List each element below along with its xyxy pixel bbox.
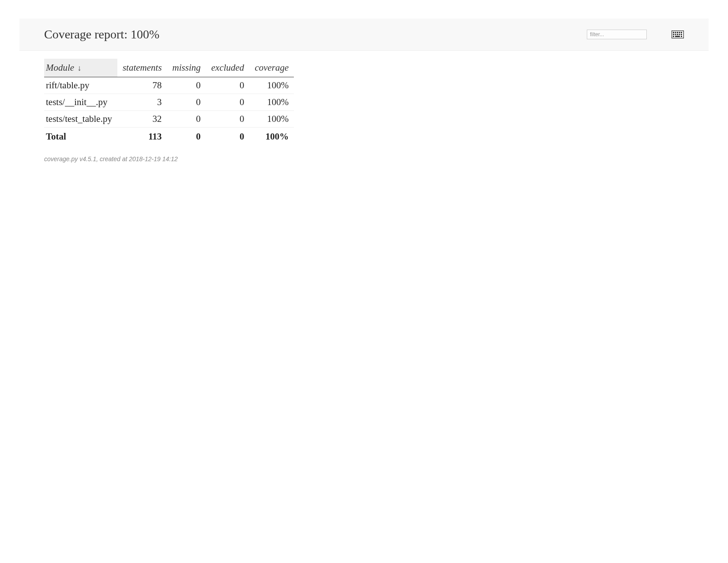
excluded-cell: 0 bbox=[206, 111, 250, 128]
statements-cell: 32 bbox=[117, 111, 167, 128]
total-label: Total bbox=[44, 128, 117, 145]
column-header-statements[interactable]: statements bbox=[117, 59, 167, 77]
svg-rect-7 bbox=[675, 34, 676, 35]
statements-cell: 3 bbox=[117, 94, 167, 111]
svg-rect-10 bbox=[681, 34, 682, 35]
table-row: rift/table.py 78 0 0 100% bbox=[44, 77, 294, 94]
column-label: Module bbox=[46, 62, 74, 73]
statements-cell: 78 bbox=[117, 77, 167, 94]
coverage-cell: 100% bbox=[249, 111, 294, 128]
total-statements: 113 bbox=[117, 128, 167, 145]
svg-rect-6 bbox=[673, 34, 674, 35]
column-header-missing[interactable]: missing bbox=[167, 59, 206, 77]
missing-cell: 0 bbox=[167, 77, 206, 94]
table-row: tests/test_table.py 32 0 0 100% bbox=[44, 111, 294, 128]
svg-rect-8 bbox=[677, 34, 678, 35]
svg-rect-4 bbox=[679, 32, 680, 33]
column-header-module[interactable]: Module ↓ bbox=[44, 59, 117, 77]
svg-rect-5 bbox=[681, 32, 682, 33]
total-excluded: 0 bbox=[206, 128, 250, 145]
table-header-row: Module ↓ statements missing excluded cov… bbox=[44, 59, 294, 77]
main-content: Module ↓ statements missing excluded cov… bbox=[0, 59, 728, 145]
header-controls bbox=[587, 30, 684, 39]
svg-rect-12 bbox=[675, 36, 680, 37]
page-title: Coverage report: 100% bbox=[44, 27, 159, 42]
total-coverage: 100% bbox=[249, 128, 294, 145]
total-missing: 0 bbox=[167, 128, 206, 145]
coverage-cell: 100% bbox=[249, 77, 294, 94]
svg-rect-13 bbox=[681, 36, 682, 37]
coverage-cell: 100% bbox=[249, 94, 294, 111]
table-total-row: Total 113 0 0 100% bbox=[44, 128, 294, 145]
column-header-excluded[interactable]: excluded bbox=[206, 59, 250, 77]
module-cell: rift/table.py bbox=[44, 77, 117, 94]
svg-rect-1 bbox=[673, 32, 674, 33]
excluded-cell: 0 bbox=[206, 94, 250, 111]
svg-rect-2 bbox=[675, 32, 676, 33]
page-header: Coverage report: 100% bbox=[19, 19, 709, 51]
footer-text: coverage.py v4.5.1, created at 2018-12-1… bbox=[44, 155, 178, 162]
module-link[interactable]: tests/__init__.py bbox=[46, 97, 107, 107]
svg-rect-9 bbox=[679, 34, 680, 35]
keyboard-icon[interactable] bbox=[672, 30, 684, 38]
module-cell: tests/__init__.py bbox=[44, 94, 117, 111]
excluded-cell: 0 bbox=[206, 77, 250, 94]
sort-down-icon: ↓ bbox=[77, 64, 81, 72]
module-cell: tests/test_table.py bbox=[44, 111, 117, 128]
table-row: tests/__init__.py 3 0 0 100% bbox=[44, 94, 294, 111]
svg-rect-3 bbox=[677, 32, 678, 33]
missing-cell: 0 bbox=[167, 94, 206, 111]
module-link[interactable]: tests/test_table.py bbox=[46, 113, 112, 124]
coverage-table: Module ↓ statements missing excluded cov… bbox=[44, 59, 294, 145]
page-footer: coverage.py v4.5.1, created at 2018-12-1… bbox=[0, 145, 728, 173]
module-link[interactable]: rift/table.py bbox=[46, 80, 90, 91]
svg-rect-11 bbox=[673, 36, 674, 37]
missing-cell: 0 bbox=[167, 111, 206, 128]
column-header-coverage[interactable]: coverage bbox=[249, 59, 294, 77]
filter-input[interactable] bbox=[587, 30, 647, 39]
